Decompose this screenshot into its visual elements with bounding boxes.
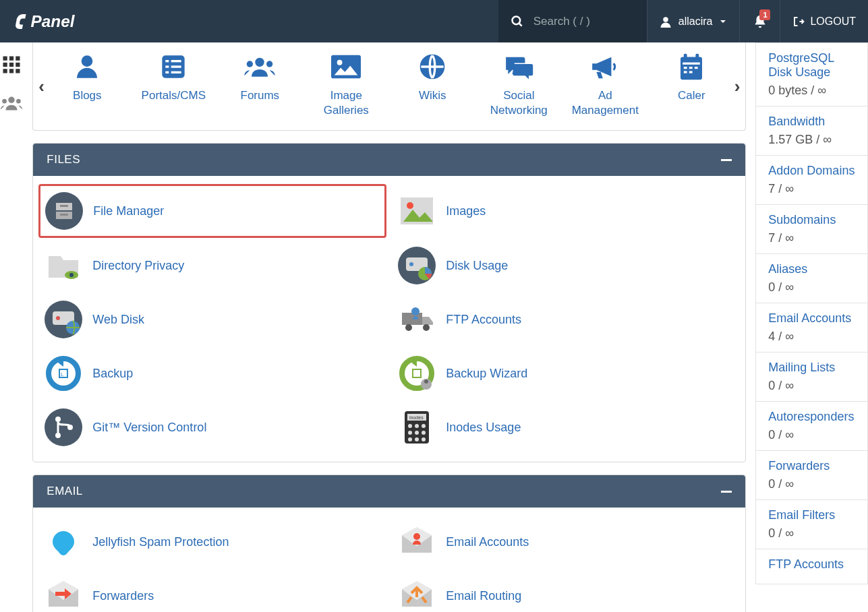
email-panel-header[interactable]: EMAIL — [33, 475, 745, 508]
scroll-left[interactable]: ‹ — [38, 76, 45, 97]
users-icon — [243, 52, 276, 82]
jellyfish-spam[interactable]: Jellyfish Spam Protection — [42, 521, 382, 563]
stat-label[interactable]: Subdomains — [768, 213, 855, 227]
files-panel-header[interactable]: FILES — [33, 144, 745, 176]
stat-label[interactable]: PostgreSQL Disk Usage — [768, 51, 855, 80]
backup-wizard-icon — [397, 354, 436, 393]
svg-rect-38 — [689, 71, 693, 73]
logout-button[interactable]: LOGOUT — [780, 0, 868, 42]
search-input[interactable] — [533, 15, 628, 28]
file-manager-icon — [45, 191, 84, 231]
stat-label[interactable]: FTP Accounts — [768, 557, 855, 572]
web-disk[interactable]: Web Disk — [42, 299, 382, 340]
stat-label[interactable]: Autoresponders — [768, 410, 855, 424]
images-icon — [397, 191, 436, 231]
svg-rect-32 — [696, 54, 699, 59]
collapse-icon[interactable] — [721, 159, 732, 161]
git-icon — [44, 408, 83, 447]
svg-point-75 — [408, 431, 412, 435]
svg-rect-19 — [171, 60, 181, 62]
user-menu[interactable]: allacira — [647, 0, 740, 42]
email-accounts-icon — [397, 522, 436, 561]
image-icon — [331, 52, 361, 82]
cat-wikis[interactable]: Wikis — [399, 52, 466, 118]
stat-label[interactable]: Addon Domains — [768, 164, 855, 178]
svg-rect-31 — [684, 54, 687, 59]
stat-label[interactable]: Forwarders — [768, 459, 855, 473]
git-version-control[interactable]: Git™ Version Control — [42, 406, 382, 448]
stat-value: 7 / ∞ — [768, 231, 855, 245]
username: allacira — [678, 16, 713, 28]
svg-point-57 — [405, 324, 412, 331]
cat-ad[interactable]: Ad Management — [571, 52, 639, 118]
svg-rect-42 — [60, 205, 68, 207]
collapse-icon[interactable] — [721, 491, 732, 493]
svg-rect-33 — [683, 63, 701, 65]
backup[interactable]: L Backup — [42, 353, 382, 394]
notifications[interactable]: 1 — [739, 0, 780, 42]
svg-rect-10 — [3, 69, 7, 73]
search-box[interactable] — [498, 0, 647, 42]
disk-usage[interactable]: Disk Usage — [396, 245, 736, 286]
stat-value: 0 / ∞ — [768, 280, 855, 295]
svg-point-45 — [407, 202, 413, 209]
cat-portals[interactable]: Portals/CMS — [140, 52, 207, 118]
email-panel: EMAIL Jellyfish Spam Protection Email Ac… — [32, 475, 746, 612]
svg-rect-8 — [9, 63, 13, 67]
svg-point-47 — [69, 273, 74, 277]
stat-forwarders: Forwarders 0 / ∞ — [755, 451, 868, 500]
svg-rect-20 — [166, 65, 169, 67]
cat-forums[interactable]: Forums — [226, 52, 293, 118]
email-routing-icon — [397, 576, 436, 612]
svg-point-67 — [55, 433, 61, 438]
stat-email-filters: Email Filters 0 / ∞ — [755, 500, 868, 549]
svg-point-25 — [247, 61, 253, 67]
images[interactable]: Images — [396, 189, 736, 233]
disk-usage-icon — [397, 246, 436, 285]
backup-icon: L — [44, 354, 83, 393]
stat-label[interactable]: Email Accounts — [768, 311, 855, 326]
directory-privacy[interactable]: Directory Privacy — [42, 245, 382, 286]
stat-value: 1.57 GB / ∞ — [768, 133, 855, 147]
stat-value: 0 / ∞ — [768, 526, 855, 541]
svg-rect-22 — [166, 71, 169, 73]
cat-image-galleries[interactable]: Image Galleries — [312, 52, 380, 118]
file-manager[interactable]: File Manager — [38, 184, 386, 238]
stat-bandwidth: Bandwidth 1.57 GB / ∞ — [755, 106, 868, 156]
svg-point-26 — [266, 61, 272, 67]
inodes-usage[interactable]: inodes Inodes Usage — [396, 406, 736, 448]
stat-aliases: Aliases 0 / ∞ — [755, 254, 868, 303]
svg-rect-34 — [684, 67, 687, 69]
sidebar-home-icon[interactable] — [1, 55, 22, 75]
cat-social[interactable]: Social Networking — [485, 52, 552, 118]
ftp-accounts[interactable]: FTP Accounts — [396, 299, 736, 340]
stat-value: 0 / ∞ — [768, 428, 855, 442]
search-icon — [511, 15, 524, 28]
svg-point-39 — [45, 192, 83, 230]
svg-rect-23 — [171, 71, 181, 73]
jellyfish-icon — [44, 522, 83, 561]
stat-label[interactable]: Email Filters — [768, 508, 855, 522]
stat-label[interactable]: Bandwidth — [768, 115, 855, 129]
cpanel-logo[interactable]: Panel — [0, 11, 109, 32]
cat-calendar[interactable]: Caler — [658, 52, 725, 118]
svg-text:L: L — [61, 371, 64, 377]
folder-eye-icon — [44, 246, 83, 285]
svg-rect-62 — [413, 369, 421, 377]
backup-wizard[interactable]: Backup Wizard — [396, 353, 736, 394]
header: Panel allacira 1 LOGOUT — [0, 0, 868, 42]
stat-value: 7 / ∞ — [768, 182, 855, 196]
globe-icon — [419, 52, 446, 82]
forwarders[interactable]: Forwarders — [42, 575, 382, 612]
stat-label[interactable]: Aliases — [768, 262, 855, 276]
stat-value: 0 bytes / ∞ — [768, 84, 855, 98]
email-routing[interactable]: Email Routing — [396, 575, 736, 612]
svg-point-73 — [415, 424, 419, 428]
calculator-icon: inodes — [397, 408, 436, 447]
scroll-right[interactable]: › — [734, 76, 741, 97]
sidebar-users-icon[interactable] — [0, 94, 23, 113]
stat-label[interactable]: Mailing Lists — [768, 361, 855, 375]
email-accounts[interactable]: Email Accounts — [396, 521, 736, 563]
chevron-down-icon — [719, 18, 727, 26]
cat-blogs[interactable]: Blogs — [53, 52, 121, 118]
